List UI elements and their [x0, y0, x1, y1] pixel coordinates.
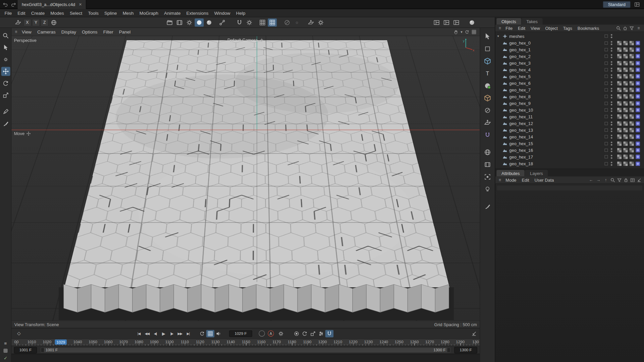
layout-panel-button-1[interactable]	[432, 18, 441, 26]
object-row[interactable]: geo_hex_17	[495, 154, 644, 160]
phong-tag-icon[interactable]	[635, 161, 640, 166]
phong-tag-icon[interactable]	[635, 108, 640, 113]
attr-columns-icon[interactable]	[630, 178, 635, 183]
vp-menu-cameras[interactable]: Cameras	[34, 28, 58, 36]
attr-filter-icon[interactable]	[617, 178, 622, 183]
normal-tag-icon[interactable]	[629, 121, 634, 126]
visibility-toggles[interactable]	[611, 54, 612, 58]
object-name[interactable]: geo_hex_17	[509, 155, 533, 160]
reset-layout-button[interactable]	[467, 18, 476, 26]
tool-settings-icon[interactable]	[1, 55, 10, 64]
object-row-root[interactable]: ▾ meshes	[495, 33, 644, 40]
uvw-tag-icon[interactable]	[617, 101, 622, 106]
playhead[interactable]: 1029	[55, 340, 67, 345]
vp-menu-display[interactable]: Display	[58, 28, 79, 36]
timeline-ruler[interactable]: 1029 00101010201040105010601070108010901…	[11, 339, 480, 346]
snap-grid-button[interactable]	[268, 18, 277, 26]
normal-tag-icon[interactable]	[629, 94, 634, 99]
shading-mode-button[interactable]	[195, 18, 204, 26]
uvw-tag-icon[interactable]	[617, 94, 622, 99]
menu-spline[interactable]: Spline	[101, 9, 120, 17]
uvw-tag-icon[interactable]	[617, 87, 622, 93]
object-name[interactable]: geo_hex_16	[509, 148, 533, 153]
attr-back-icon[interactable]: ←	[588, 178, 594, 182]
visibility-toggles[interactable]	[611, 48, 612, 52]
normal-tag-icon[interactable]	[629, 54, 634, 59]
texture-tag-icon[interactable]	[623, 108, 628, 113]
close-icon[interactable]: ×	[79, 2, 82, 6]
render-settings-button[interactable]	[185, 18, 194, 26]
phong-tag-icon[interactable]	[635, 47, 640, 52]
workplane-grid-button[interactable]	[258, 18, 267, 26]
om-menu-view[interactable]: View	[528, 24, 542, 32]
rotate-tool-icon[interactable]	[1, 79, 10, 88]
record-parameter-toggle[interactable]	[317, 330, 325, 337]
normal-tag-icon[interactable]	[629, 128, 634, 133]
object-row[interactable]: geo_hex_13	[495, 127, 644, 133]
texture-tag-icon[interactable]	[623, 54, 628, 59]
texture-tag-icon[interactable]	[623, 128, 628, 133]
normal-tag-icon[interactable]	[629, 141, 634, 146]
sound-button[interactable]	[214, 330, 222, 337]
tab-layers[interactable]: Layers	[525, 170, 548, 177]
visibility-toggles[interactable]	[611, 108, 612, 112]
om-menu-file[interactable]: File	[503, 24, 515, 32]
global-settings-button[interactable]	[316, 18, 325, 26]
visibility-toggles[interactable]	[611, 41, 612, 45]
normal-tag-icon[interactable]	[629, 101, 634, 106]
texture-tag-icon[interactable]	[623, 155, 628, 160]
uv-mode-icon[interactable]: T	[483, 69, 492, 78]
phong-tag-icon[interactable]	[635, 74, 640, 79]
visibility-toggles[interactable]	[611, 155, 612, 159]
menu-modes[interactable]: Modes	[48, 9, 67, 17]
attr-panel-menu-icon[interactable]: ≡	[497, 178, 503, 182]
layout-panel-button-2[interactable]	[442, 18, 451, 26]
menu-window[interactable]: Window	[211, 9, 233, 17]
tab-attributes[interactable]: Attributes	[496, 170, 525, 177]
phong-tag-icon[interactable]	[635, 87, 640, 93]
move-tool-icon[interactable]	[1, 67, 10, 76]
texture-tag-icon[interactable]	[623, 41, 628, 46]
workplane-icon[interactable]	[483, 118, 492, 127]
minimize-icon[interactable]: ▾	[461, 30, 463, 34]
layer-color-box[interactable]	[604, 81, 608, 85]
layer-color-box[interactable]	[604, 122, 608, 125]
layer-color-box[interactable]	[604, 75, 608, 78]
object-name[interactable]: geo_hex_15	[509, 141, 533, 146]
attr-menu-edit[interactable]: Edit	[519, 177, 532, 184]
object-row[interactable]: geo_hex_18	[495, 160, 644, 167]
layer-color-box[interactable]	[604, 68, 608, 71]
next-frame-button[interactable]: |▶	[168, 330, 176, 337]
object-name[interactable]: geo_hex_7	[509, 87, 531, 93]
goto-start-button[interactable]: |◀	[135, 330, 143, 337]
play-button[interactable]: ▶	[159, 330, 167, 337]
uvw-tag-icon[interactable]	[617, 108, 622, 113]
visibility-toggles[interactable]	[611, 81, 612, 85]
status-grid-icon[interactable]	[1, 348, 10, 353]
uvw-tag-icon[interactable]	[617, 41, 622, 46]
menu-file[interactable]: File	[2, 9, 15, 17]
normal-tag-icon[interactable]	[629, 41, 634, 46]
pen-tool-icon[interactable]	[1, 107, 10, 116]
normal-tag-icon[interactable]	[629, 134, 634, 139]
layer-color-box[interactable]	[604, 142, 608, 145]
axis-y-button[interactable]: Y	[32, 19, 40, 26]
start-frame-field[interactable]: 1001 F	[14, 347, 37, 353]
phong-tag-icon[interactable]	[635, 121, 640, 126]
viewport-menu-icon[interactable]: ≡	[13, 29, 19, 34]
layer-color-box[interactable]	[604, 55, 608, 58]
layer-color-box[interactable]	[604, 102, 608, 105]
menu-select[interactable]: Select	[67, 9, 85, 17]
object-row[interactable]: geo_hex_14	[495, 133, 644, 140]
visibility-toggles[interactable]	[611, 162, 612, 166]
viewport-canvas[interactable]: Perspective Default Camera Move	[11, 36, 480, 321]
paint-tool-icon[interactable]	[483, 202, 492, 211]
end-frame-field[interactable]: 1300 F	[454, 347, 477, 353]
disabled-axis-button[interactable]	[282, 18, 291, 26]
menu-extensions[interactable]: Extensions	[183, 9, 211, 17]
visibility-toggles[interactable]	[611, 61, 612, 65]
object-mode-icon[interactable]	[483, 94, 492, 103]
uvw-tag-icon[interactable]	[617, 121, 622, 126]
object-name[interactable]: geo_hex_9	[509, 101, 531, 106]
phong-tag-icon[interactable]	[635, 128, 640, 133]
